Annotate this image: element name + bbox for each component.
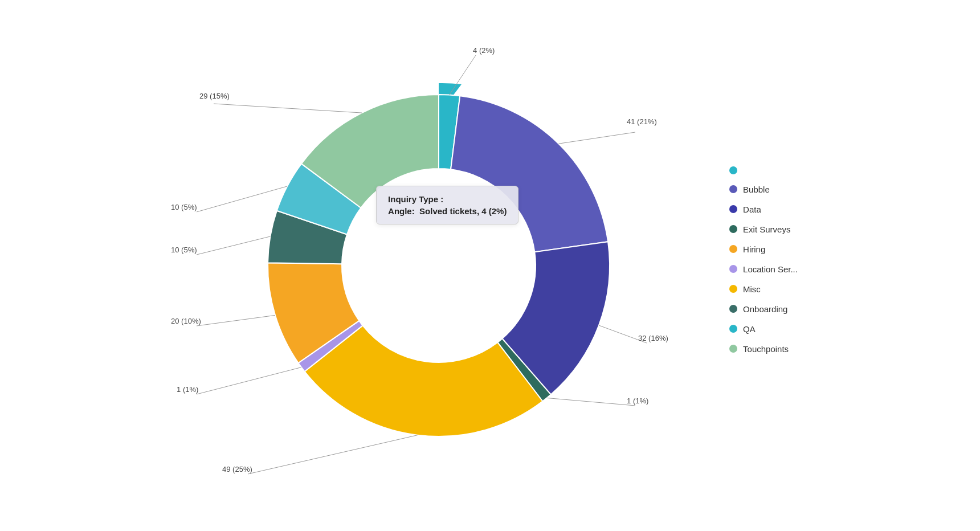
legend-item-locationser: Location Ser... [729,264,798,274]
legend-item-0 [729,166,798,174]
legend-item-misc: Misc [729,284,798,294]
legend-item-hiring: Hiring [729,244,798,254]
legend-label-onboarding: Onboarding [743,304,787,314]
legend-label-bubble: Bubble [743,185,770,194]
legend-dot-bubble [729,185,737,193]
legend-label-hiring: Hiring [743,244,765,254]
legend-item-data: Data [729,205,798,214]
legend-dot-qa [729,325,737,333]
legend-item-onboarding: Onboarding [729,304,798,314]
legend-label-locationser: Location Ser... [743,264,798,274]
donut-canvas [182,9,695,522]
legend-dot-locationser [729,265,737,273]
legend-dot-touchpoints [729,345,737,353]
chart-legend: Bubble Data Exit Surveys Hiring Location… [729,166,798,354]
legend-dot-hiring [729,245,737,253]
legend-dot-misc [729,285,737,293]
legend-item-exitsurveys: Exit Surveys [729,224,798,234]
legend-label-exitsurveys: Exit Surveys [743,224,790,234]
donut-chart-area: Inquiry Type : Angle: Solved tickets, 4 … [182,9,695,522]
legend-dot-data [729,205,737,213]
legend-item-touchpoints: Touchpoints [729,344,798,354]
legend-label-qa: QA [743,324,756,334]
chart-container: Inquiry Type : Angle: Solved tickets, 4 … [0,0,980,531]
legend-label-misc: Misc [743,284,761,294]
legend-label-touchpoints: Touchpoints [743,344,789,354]
legend-item-qa: QA [729,324,798,334]
legend-dot-exitsurveys [729,225,737,233]
legend-item-bubble: Bubble [729,185,798,194]
legend-label-data: Data [743,205,761,214]
legend-dot-0 [729,166,737,174]
legend-dot-onboarding [729,305,737,313]
